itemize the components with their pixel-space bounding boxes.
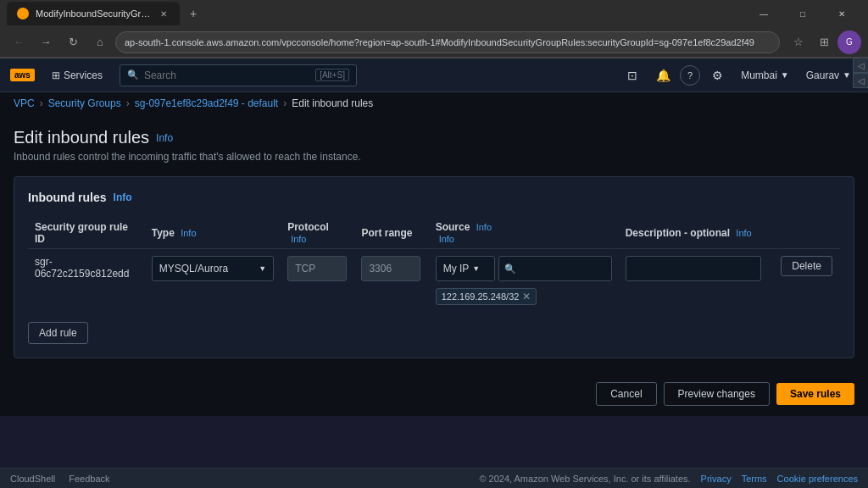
feedback-link[interactable]: Feedback (69, 474, 109, 484)
aws-logo-box: aws (10, 69, 35, 81)
ip-tag: 122.169.25.248/32 ✕ (436, 288, 537, 305)
type-select[interactable]: MYSQL/Aurora ▼ (152, 256, 274, 281)
type-chevron-icon: ▼ (259, 264, 266, 273)
aws-header: aws ⊞ Services 🔍 [Alt+S] ⊡ 🔔 ? ⚙ Mumbai … (0, 58, 868, 92)
cloud-shell-icon[interactable]: ⊡ (619, 62, 646, 89)
tab-title: ModifyInboundSecurityGroup... (36, 8, 154, 19)
side-hint-1[interactable]: ◁ (853, 58, 868, 73)
search-bar[interactable]: 🔍 [Alt+S] (120, 64, 357, 86)
breadcrumb-sep-2: › (126, 97, 130, 109)
rules-table: Security group rule ID Type Info Protoco… (28, 218, 840, 312)
breadcrumb-sep-3: › (283, 97, 287, 109)
search-icon: 🔍 (127, 69, 139, 80)
col-source: Source (436, 221, 470, 233)
breadcrumb-vpc[interactable]: VPC (14, 97, 35, 109)
terms-link[interactable]: Terms (742, 474, 767, 484)
source-type-select[interactable]: My IP ▼ (436, 256, 495, 281)
preview-changes-button[interactable]: Preview changes (664, 382, 770, 406)
ip-tag-remove-button[interactable]: ✕ (522, 291, 531, 302)
forward-button[interactable]: → (34, 30, 58, 54)
action-bar: Cancel Preview changes Save rules (0, 372, 868, 416)
add-rule-button[interactable]: Add rule (28, 322, 88, 344)
source-search-icon: 🔍 (504, 263, 516, 274)
source-chevron-icon: ▼ (472, 264, 480, 273)
main-content: Edit inbound rules Info Inbound rules co… (0, 114, 868, 372)
table-row: sgr-06c72c2159c812edd MYSQL/Aurora ▼ (28, 249, 840, 313)
port-range-input (361, 256, 420, 281)
col-source-info2[interactable]: Info (439, 234, 454, 244)
address-text: ap-south-1.console.aws.amazon.com/vpccon… (125, 37, 754, 47)
active-tab[interactable]: ModifyInboundSecurityGroup... ✕ (7, 2, 180, 25)
privacy-link[interactable]: Privacy (701, 474, 732, 484)
settings-icon[interactable]: ⚙ (704, 62, 731, 89)
page-subtitle: Inbound rules control the incoming traff… (14, 151, 854, 163)
address-bar[interactable]: ap-south-1.console.aws.amazon.com/vpccon… (115, 31, 780, 53)
new-tab-button[interactable]: + (183, 3, 203, 24)
source-cell: My IP ▼ 🔍 122.169.25.248/32 ✕ (436, 256, 612, 305)
col-port-range: Port range (361, 227, 412, 239)
source-type-value: My IP (443, 263, 470, 274)
search-shortcut: [Alt+S] (315, 69, 349, 81)
home-button[interactable]: ⌂ (88, 30, 112, 54)
header-icons: ⊡ 🔔 ? ⚙ Mumbai ▼ Gaurav ▼ (619, 62, 858, 89)
window-controls: — □ ✕ (744, 0, 861, 27)
bell-icon[interactable]: 🔔 (649, 62, 676, 89)
side-hints: ◁ ◁ (853, 58, 868, 88)
grid-icon: ⊞ (52, 69, 60, 81)
col-protocol-info[interactable]: Info (291, 234, 306, 244)
user-button[interactable]: Gaurav ▼ (799, 66, 858, 85)
back-button[interactable]: ← (7, 30, 31, 54)
tab-favicon (17, 8, 29, 19)
col-description: Description - optional (626, 227, 730, 239)
status-bar: CloudShell Feedback © 2024, Amazon Web S… (0, 468, 868, 488)
browser-chrome: ModifyInboundSecurityGroup... ✕ + — □ ✕ … (0, 0, 868, 58)
description-input[interactable] (626, 256, 761, 281)
maximize-button[interactable]: □ (783, 0, 822, 27)
copyright-text: © 2024, Amazon Web Services, Inc. or its… (479, 474, 690, 484)
delete-rule-button[interactable]: Delete (781, 256, 832, 276)
col-source-info[interactable]: Info (476, 222, 492, 232)
type-value: MYSQL/Aurora (159, 263, 228, 274)
browser-avatar[interactable]: G (837, 30, 861, 54)
breadcrumb-sg-link[interactable]: sg-097e1ef8c29ad2f49 - default (135, 97, 278, 109)
services-button[interactable]: ⊞ Services (45, 66, 109, 85)
minimize-button[interactable]: — (744, 0, 783, 27)
breadcrumb-current: Edit inbound rules (292, 97, 373, 109)
page-title: Edit inbound rules (14, 128, 149, 147)
breadcrumb-security-groups[interactable]: Security Groups (48, 97, 121, 109)
save-rules-button[interactable]: Save rules (776, 383, 854, 405)
page-info-link[interactable]: Info (156, 132, 173, 144)
search-input[interactable] (144, 69, 310, 81)
col-description-info[interactable]: Info (736, 228, 751, 238)
breadcrumb: VPC › Security Groups › sg-097e1ef8c29ad… (0, 92, 868, 114)
reload-button[interactable]: ↻ (61, 30, 85, 54)
section-title: Inbound rules (28, 191, 107, 204)
support-icon[interactable]: ? (680, 65, 700, 86)
cloudshell-link[interactable]: CloudShell (10, 474, 55, 484)
aws-logo: aws (10, 69, 35, 81)
page-title-row: Edit inbound rules Info (14, 128, 854, 147)
close-button[interactable]: ✕ (822, 0, 861, 27)
user-label: Gaurav (806, 69, 839, 81)
inbound-rules-card: Inbound rules Info Security group rule I… (14, 176, 854, 358)
source-search-container: 🔍 (498, 256, 612, 281)
section-info-link[interactable]: Info (114, 191, 132, 203)
region-chevron-icon: ▼ (781, 70, 789, 80)
star-icon[interactable]: ☆ (787, 30, 810, 54)
card-header: Inbound rules Info (28, 191, 840, 204)
profile-icon[interactable]: G (837, 30, 861, 54)
col-type-info[interactable]: Info (181, 228, 196, 238)
source-search-input[interactable] (520, 257, 604, 280)
tab-bar: ModifyInboundSecurityGroup... ✕ + — □ ✕ (0, 0, 868, 27)
extensions-icon[interactable]: ⊞ (812, 30, 836, 54)
side-hint-2[interactable]: ◁ (853, 73, 868, 88)
tab-close-button[interactable]: ✕ (158, 8, 170, 19)
cookie-link[interactable]: Cookie preferences (777, 474, 858, 484)
region-label: Mumbai (741, 69, 777, 81)
region-button[interactable]: Mumbai ▼ (734, 66, 796, 85)
col-type: Type (152, 227, 175, 239)
cancel-button[interactable]: Cancel (596, 382, 656, 406)
rule-id-value: sgr-06c72c2159c812edd (35, 256, 129, 280)
protocol-input (287, 256, 347, 281)
status-bar-right: © 2024, Amazon Web Services, Inc. or its… (479, 474, 858, 484)
